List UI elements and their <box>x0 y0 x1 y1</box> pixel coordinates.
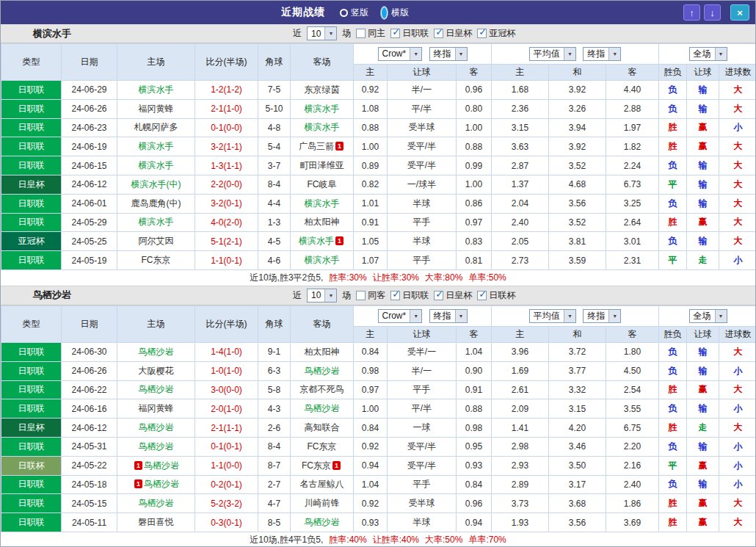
radio-horizontal-layout[interactable]: 横版 <box>380 6 409 20</box>
handicap-cell: 受平/半 <box>388 137 457 156</box>
col-header-asian-home: 主 <box>354 65 388 81</box>
asian-away-odds-cell: 0.99 <box>457 156 492 175</box>
league-checkbox-1[interactable]: ✓ 日皇杯 <box>434 27 472 40</box>
col-header-away: 客场 <box>291 44 354 81</box>
team-name: 鸟栖沙岩 <box>33 289 71 302</box>
same-venue-checkbox[interactable]: 同客 <box>356 289 385 302</box>
euro-away-odds-cell: 1.86 <box>606 494 659 513</box>
league-checkbox-0[interactable]: ✓ 日职联 <box>390 289 429 302</box>
away-team-cell: 鸟栖沙岩 <box>291 513 354 532</box>
col-header-corners: 角球 <box>258 305 291 342</box>
handicap-cell: 受平/半 <box>388 156 457 175</box>
close-button[interactable]: × <box>730 4 749 21</box>
league-checkbox-2[interactable]: ✓ 日联杯 <box>477 289 515 302</box>
result-cell: 平 <box>659 251 687 270</box>
asian-away-odds-cell: 1.04 <box>457 342 492 361</box>
score-cell: 2-0(1-0) <box>195 399 258 419</box>
date-cell: 24-06-22 <box>62 380 117 399</box>
asian-home-odds-cell: 0.92 <box>354 81 388 100</box>
euro-draw-odds-cell: 3.52 <box>549 213 606 232</box>
corners-cell: 1-3 <box>258 213 291 232</box>
euro-odds-time-select[interactable]: 终指▼ <box>583 47 621 61</box>
window-title: 近期战绩 <box>281 6 325 19</box>
team-section: 横滨水手 近 10 ▼ 场 同主 ✓ 日职联 ✓ 日皇杯 <box>1 24 755 286</box>
asian-away-odds-cell: 0.91 <box>457 380 492 399</box>
chevron-down-icon: ▼ <box>410 48 421 60</box>
chevron-down-icon: ▼ <box>715 310 727 322</box>
scope-select[interactable]: 全场▼ <box>689 47 727 61</box>
games-count-select[interactable]: 10 ▼ <box>307 26 337 40</box>
league-cell: 日职联 <box>1 513 62 532</box>
asian-home-odds-cell: 1.01 <box>354 194 388 213</box>
league-cell: 日职联 <box>1 213 62 232</box>
average-select[interactable]: 平均值▼ <box>529 47 576 61</box>
euro-draw-odds-cell: 3.94 <box>549 118 606 137</box>
euro-home-odds-cell: 3.63 <box>492 137 549 156</box>
radio-horizontal-label: 横版 <box>391 7 409 19</box>
games-suffix-label: 场 <box>342 289 351 302</box>
bookmaker-select[interactable]: Crow*▼ <box>378 47 423 61</box>
euro-away-odds-cell: 2.54 <box>606 380 659 399</box>
result-cell: 平 <box>659 175 687 194</box>
col-header-type: 类型 <box>1 305 62 342</box>
move-up-button[interactable]: ↑ <box>683 4 700 21</box>
col-header-handicap-result: 让球 <box>687 326 719 342</box>
away-team-cell: 柏太阳神 <box>291 213 354 232</box>
home-team-cell: 横滨水手 <box>117 81 195 100</box>
away-team-name: 柏太阳神 <box>305 347 340 357</box>
red-card-badge: 1 <box>134 479 142 488</box>
scope-select[interactable]: 全场▼ <box>689 309 727 323</box>
col-header-asian-away: 客 <box>457 326 492 342</box>
home-team-cell: 鸟栖沙岩 <box>117 380 195 399</box>
same-venue-checkbox[interactable]: 同主 <box>356 27 385 40</box>
games-count-select[interactable]: 10 ▼ <box>307 289 337 303</box>
asian-home-odds-cell: 1.08 <box>354 99 388 118</box>
score-cell: 1-1(0-0) <box>195 456 258 475</box>
league-checkbox-0[interactable]: ✓ 日职联 <box>390 27 429 40</box>
away-team-name: 鸟栖沙岩 <box>305 366 340 376</box>
radio-selected-icon <box>380 6 388 20</box>
league-cell: 日职联 <box>1 251 62 270</box>
chevron-down-icon: ▼ <box>455 310 467 322</box>
goals-result-cell: 大 <box>719 513 756 532</box>
euro-draw-odds-cell: 4.20 <box>549 419 606 438</box>
team-filter-controls: 近 10 ▼ 场 同客 ✓ 日职联 ✓ 日皇杯 <box>293 289 515 303</box>
goals-result-cell: 小 <box>719 399 756 419</box>
away-team-name: 高知联合 <box>305 422 340 432</box>
home-team-name: 横滨水手 <box>139 141 174 151</box>
league-checkbox-2[interactable]: ✓ 亚冠杯 <box>477 27 515 40</box>
move-down-button[interactable]: ↓ <box>704 4 721 21</box>
league-checkbox-1[interactable]: ✓ 日皇杯 <box>434 289 472 302</box>
score-cell: 3-2(1-1) <box>195 137 258 156</box>
euro-draw-odds-cell: 3.50 <box>549 456 606 475</box>
average-select[interactable]: 平均值▼ <box>529 309 576 323</box>
asian-odds-filter-cell: Crow*▼ 终指▼ <box>354 44 492 65</box>
asian-odds-time-select[interactable]: 终指▼ <box>429 47 468 61</box>
summary-prefix: 近10场,胜3平2负5, <box>250 272 323 284</box>
away-team-cell: 横滨水手 <box>291 251 354 270</box>
away-team-cell: 川崎前锋 <box>291 494 354 513</box>
handicap-result-cell: 输 <box>687 399 719 419</box>
euro-home-odds-cell: 2.05 <box>492 232 549 251</box>
home-team-cell: 鸟栖沙岩 <box>117 342 195 361</box>
red-card-badge: 1 <box>332 461 341 470</box>
handicap-cell: 受半/一 <box>388 342 457 361</box>
euro-home-odds-cell: 1.69 <box>492 361 549 380</box>
goals-result-cell: 小 <box>719 456 756 475</box>
asian-odds-time-select[interactable]: 终指▼ <box>429 309 468 323</box>
bookmaker-select[interactable]: Crow*▼ <box>378 309 423 323</box>
euro-away-odds-cell: 2.20 <box>606 437 659 456</box>
asian-home-odds-cell: 1.00 <box>354 399 388 419</box>
euro-odds-time-select[interactable]: 终指▼ <box>583 309 621 323</box>
away-team-name: FC东京 <box>308 441 337 452</box>
league-cell: 日职联 <box>1 361 62 380</box>
chevron-down-icon: ▼ <box>455 48 467 60</box>
red-card-badge: 1 <box>335 142 344 151</box>
home-team-name: 横滨水手(中) <box>131 179 181 189</box>
radio-vertical-layout[interactable]: 竖版 <box>340 6 368 20</box>
corners-cell: 5-10 <box>258 99 291 118</box>
handicap-result-cell: 输 <box>687 99 719 118</box>
handicap-cell: 平手 <box>388 475 457 494</box>
league-cell: 日职联 <box>1 437 62 456</box>
score-cell: 3-0(0-0) <box>195 380 258 399</box>
